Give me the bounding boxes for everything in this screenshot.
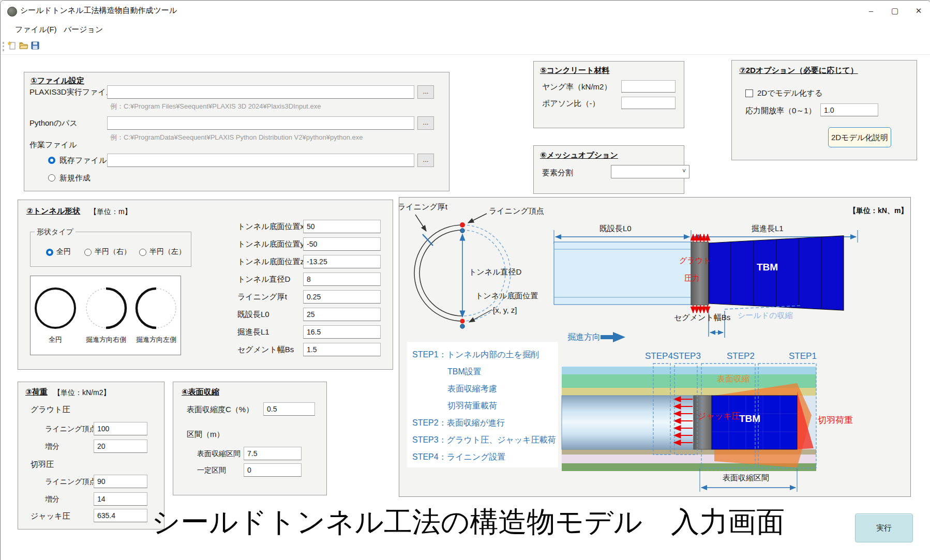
tunnel-diameter-label: トンネル直径D xyxy=(469,267,521,277)
direction-label: 掘進方向 xyxy=(567,332,601,343)
plaxis-path-input[interactable] xyxy=(107,85,414,99)
grout-increment-input[interactable] xyxy=(94,440,147,453)
field-label-segment-width: セグメント幅Bs xyxy=(237,345,294,355)
grout-apex-label: ライニング頂点 xyxy=(45,425,97,434)
half-right-radio-label[interactable]: 半円（右） xyxy=(95,247,131,256)
work-file-input[interactable] xyxy=(107,154,414,167)
open-folder-icon[interactable] xyxy=(19,41,28,50)
toolbar-handle xyxy=(3,42,6,51)
shrink-rate-input[interactable] xyxy=(263,402,315,416)
maximize-button[interactable]: ▢ xyxy=(883,1,907,21)
full-circle-radio[interactable] xyxy=(46,249,53,256)
advance-length-dim-label: 掘進長L1 xyxy=(752,224,784,234)
face-pressure-label: 切羽圧 xyxy=(31,460,54,470)
python-path-input[interactable] xyxy=(107,116,414,130)
jack-pressure-label: ジャッキ圧 xyxy=(31,511,70,521)
mesh-section-title: ⑥メッシュオプション xyxy=(540,150,618,160)
page-title: シールドトンネル工法の構造物モデル 入力画面 xyxy=(152,503,785,541)
model-2d-explain-button[interactable]: 2Dモデル化説明 xyxy=(828,127,891,147)
chevron-down-icon: ˅ xyxy=(682,168,686,175)
field-input-diameter[interactable] xyxy=(303,273,381,286)
minimize-button[interactable]: – xyxy=(859,1,883,21)
field-input-bottom-y[interactable] xyxy=(303,237,381,251)
field-input-lining-thickness[interactable] xyxy=(303,290,381,304)
half-left-radio-label[interactable]: 半円（左） xyxy=(149,247,186,256)
stress-release-input[interactable] xyxy=(820,103,878,116)
save-icon[interactable] xyxy=(31,41,40,50)
young-modulus-input[interactable] xyxy=(621,80,676,93)
young-modulus-label: ヤング率（kN/m2） xyxy=(542,82,611,92)
poisson-ratio-input[interactable] xyxy=(621,97,676,109)
option2d-section-title: ⑦2Dオプション（必要に応じて） xyxy=(739,66,858,75)
concrete-section-title: ⑤コンクリート材料 xyxy=(540,66,609,75)
jack-pressure-diagram-label: ジャッキ圧 xyxy=(698,411,740,422)
step1-tag: STEP1 xyxy=(789,351,817,361)
face-increment-label: 増分 xyxy=(45,495,59,504)
file-section-title: ①ファイル設定 xyxy=(31,76,84,86)
element-division-select[interactable]: ˅ xyxy=(611,165,689,178)
step1-sub2: 表面収縮考慮 xyxy=(407,380,558,397)
field-input-bottom-x[interactable] xyxy=(303,220,381,233)
face-apex-label: ライニング頂点 xyxy=(45,477,97,487)
work-browse-button[interactable]: ... xyxy=(417,154,434,167)
const-zone-input[interactable] xyxy=(244,463,302,477)
stress-release-label: 応力開放率（0～1） xyxy=(745,106,816,116)
plaxis-path-label: PLAXIS3D実行ファイル xyxy=(29,87,114,97)
full-circle-radio-label[interactable]: 全円 xyxy=(56,247,71,256)
section-load xyxy=(18,382,164,529)
poisson-ratio-label: ポアソン比（-） xyxy=(542,99,599,109)
shape-preview-box: 全円 掘進方向右側 掘進方向左側 xyxy=(30,276,181,355)
close-button[interactable]: ✕ xyxy=(907,1,930,21)
range-label: 区間（m） xyxy=(187,430,224,440)
grout-pressure-diagram-label-1: グラウト xyxy=(679,256,711,266)
model-2d-checkbox[interactable] xyxy=(745,89,753,97)
field-label-advance-length: 掘進長L1 xyxy=(237,327,269,337)
run-button[interactable]: 実行 xyxy=(855,513,913,542)
new-file-radio[interactable] xyxy=(48,174,55,181)
step4-tag: STEP4 xyxy=(645,351,673,361)
shield-shrink-label: シールドの収縮 xyxy=(738,311,792,321)
existing-file-radio[interactable] xyxy=(48,157,55,164)
field-label-bottom-y: トンネル底面位置y xyxy=(237,239,304,249)
face-increment-input[interactable] xyxy=(94,492,147,506)
window-title: シールドトンネル工法構造物自動作成ツール xyxy=(20,6,177,16)
grout-pressure-label: グラウト圧 xyxy=(31,405,70,415)
surface-shrink-label: 表面収縮 xyxy=(717,374,750,385)
existing-file-radio-label[interactable]: 既存ファイル xyxy=(59,156,107,165)
plaxis-browse-button[interactable]: ... xyxy=(417,85,434,99)
step3-line: STEP3：グラウト圧、ジャッキ圧載荷 xyxy=(407,431,558,448)
tunnel-unit-label: 【単位：m】 xyxy=(89,207,132,217)
new-file-icon[interactable] xyxy=(8,41,17,50)
face-apex-input[interactable] xyxy=(94,475,147,488)
step2-line: STEP2：表面収縮が進行 xyxy=(407,414,558,431)
model-2d-checkbox-label[interactable]: 2Dでモデル化する xyxy=(757,88,822,98)
menu-file[interactable]: ファイル(F) xyxy=(15,25,57,35)
jack-pressure-input[interactable] xyxy=(94,509,147,522)
grout-apex-input[interactable] xyxy=(94,422,147,435)
app-icon xyxy=(7,7,17,17)
field-input-segment-width[interactable] xyxy=(303,343,381,356)
python-browse-button[interactable]: ... xyxy=(417,116,434,130)
half-right-radio[interactable] xyxy=(84,249,92,256)
step4-line: STEP4：ライニング設置 xyxy=(407,448,558,465)
menu-version[interactable]: バージョン xyxy=(64,25,103,35)
lining-thickness-label: ライニング厚t xyxy=(398,202,447,212)
work-file-label: 作業ファイル xyxy=(29,140,77,150)
field-input-advance-length[interactable] xyxy=(303,325,381,339)
field-input-bottom-z[interactable] xyxy=(303,255,381,268)
half-left-radio[interactable] xyxy=(139,249,146,256)
python-path-hint: 例：C:¥ProgramData¥Seequent¥PLAXIS Python … xyxy=(110,133,363,142)
field-label-bottom-z: トンネル底面位置z xyxy=(237,257,304,267)
shrink-section-title: ④表面収縮 xyxy=(182,387,219,397)
grout-pressure-diagram-label-2: 圧力 xyxy=(684,274,700,283)
segment-width-dim-label: セグメント幅Bs xyxy=(674,313,730,323)
field-input-existing-length[interactable] xyxy=(303,308,381,321)
new-file-radio-label[interactable]: 新規作成 xyxy=(59,173,91,183)
preview-label-left: 掘進方向左側 xyxy=(136,335,176,344)
preview-label-full: 全円 xyxy=(49,335,62,344)
load-section-title: ③荷重 xyxy=(25,387,48,397)
step1-sub3: 切羽荷重載荷 xyxy=(407,397,558,414)
step3-tag: STEP3 xyxy=(673,351,701,361)
shrink-zone-input[interactable] xyxy=(244,447,302,460)
plaxis-path-hint: 例：C:¥Program Files¥Seequent¥PLAXIS 3D 20… xyxy=(110,102,321,111)
